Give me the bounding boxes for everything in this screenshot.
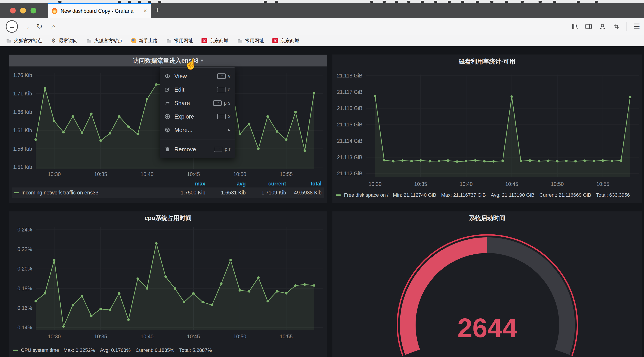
home-button[interactable]: ⌂ (48, 18, 58, 35)
bookmark-item[interactable]: ⚙最常访问 (51, 38, 78, 44)
svg-text:10:30: 10:30 (48, 171, 61, 177)
series-name[interactable]: Incoming network traffic on ens33 (21, 190, 98, 196)
browser-tab[interactable]: New dashboard Copy - Grafana × (48, 3, 151, 18)
grafana-dashboard: 访问数据流量进入ens33 ▾ 10:3010:3510:4010:4510:5… (0, 46, 644, 357)
panel-title[interactable]: 系统启动时间 (469, 214, 505, 222)
menu-item-label: Share (174, 100, 209, 107)
menu-item-explore[interactable]: Explorex (160, 110, 235, 123)
svg-text:10:40: 10:40 (460, 181, 473, 187)
disk-usage-chart[interactable]: 10:3010:3510:4010:4510:5010:5521.118 GiB… (332, 66, 642, 191)
menu-item-edit[interactable]: Edite (160, 83, 235, 96)
panel-title[interactable]: cpu系统占用时间 (144, 214, 192, 222)
window-minimize-button[interactable] (20, 8, 26, 14)
uptime-gauge: 2644 (332, 222, 642, 357)
screenshot-icon[interactable] (612, 23, 620, 30)
back-button[interactable]: ← (6, 18, 18, 35)
series-color-swatch[interactable] (14, 192, 19, 193)
bookmark-label: 最常访问 (59, 38, 78, 44)
keyboard-icon (214, 147, 222, 152)
svg-text:10:30: 10:30 (369, 181, 382, 187)
library-icon[interactable] (571, 23, 578, 30)
shortcut-label: p s (224, 100, 230, 106)
svg-text:1.56 Kib: 1.56 Kib (13, 146, 32, 152)
panel-title[interactable]: 磁盘利用率统计-可用 (459, 58, 516, 66)
svg-text:10:35: 10:35 (94, 334, 107, 339)
legend-header-current[interactable]: current (246, 181, 286, 187)
menu-item-label: More... (174, 127, 224, 134)
bookmark-item[interactable]: 火狐官方站点 (86, 38, 122, 44)
legend-value: 49.5938 Kib (286, 190, 324, 196)
series-stat: Total: 5.2887% (179, 347, 212, 353)
trash-icon (164, 146, 170, 152)
menubar-glyph-icon (382, 1, 386, 3)
back-icon: ← (6, 20, 18, 33)
account-icon[interactable] (599, 23, 606, 30)
bookmark-item[interactable]: JD京东商城 (202, 38, 228, 44)
eye-icon (164, 73, 170, 79)
svg-text:10:50: 10:50 (233, 334, 246, 339)
grafana-favicon-icon (52, 8, 58, 14)
mouse-cursor-hand: ☝ (184, 58, 197, 70)
svg-text:10:55: 10:55 (596, 181, 610, 187)
panel-context-menu: ViewvEditeSharep sExplorexMore...▸Remove… (160, 67, 235, 158)
bookmark-item[interactable]: 火狐官方站点 (6, 38, 42, 44)
legend-header-avg[interactable]: avg (205, 181, 246, 187)
window-zoom-button[interactable] (30, 8, 36, 14)
menubar-glyph-icon (595, 1, 598, 3)
svg-text:0.18%: 0.18% (18, 286, 32, 291)
new-tab-button[interactable]: + (155, 5, 160, 15)
svg-text:21.117 GiB: 21.117 GiB (337, 89, 362, 95)
series-stat: Total: 633.3956 (596, 192, 630, 198)
keyboard-icon (217, 73, 226, 79)
bookmark-label: 火狐官方站点 (94, 38, 122, 44)
tab-close-icon[interactable]: × (144, 8, 147, 15)
tab-bar: New dashboard Copy - Grafana × + (0, 3, 644, 18)
legend-header-total[interactable]: total (286, 181, 324, 187)
shortcut-label: e (228, 87, 230, 93)
menubar-glyph-icon (461, 1, 464, 3)
reload-button[interactable]: ↻ (34, 18, 44, 35)
svg-text:10:40: 10:40 (140, 171, 154, 177)
gear-icon: ⚙ (51, 38, 56, 43)
folder-icon (86, 38, 92, 43)
panel-header[interactable]: 访问数据流量进入ens33 ▾ (9, 55, 327, 67)
series-stat: Max: 0.2252% (64, 347, 95, 353)
legend-table: maxavgcurrenttotalIncoming network traff… (12, 180, 324, 198)
svg-text:21.112 GiB: 21.112 GiB (337, 171, 362, 176)
bookmarks-bar: 火狐官方站点⚙最常访问火狐官方站点新手上路常用网址JD京东商城常用网址JD京东商… (0, 35, 644, 46)
series-color-swatch[interactable] (13, 349, 18, 351)
forward-button[interactable]: → (22, 18, 32, 35)
cpu-chart[interactable]: 10:3010:3510:4010:4510:5010:550.24%0.22%… (9, 222, 327, 346)
shortcut-label: x (228, 114, 230, 119)
bookmark-item[interactable]: 常用网址 (237, 38, 264, 44)
svg-text:0.16%: 0.16% (18, 305, 32, 311)
menu-item-label: Explore (174, 113, 213, 120)
svg-text:21.118 GiB: 21.118 GiB (337, 73, 362, 79)
bookmark-label: 常用网址 (174, 38, 193, 44)
series-name[interactable]: CPU system time (21, 347, 59, 353)
series-name[interactable]: Free disk space on / (344, 192, 388, 198)
window-close-button[interactable] (10, 8, 16, 14)
bookmark-item[interactable]: 新手上路 (131, 38, 158, 44)
sidebar-icon[interactable] (585, 23, 592, 30)
menu-item-share[interactable]: Sharep s (160, 96, 235, 110)
menubar-glyph-icon (407, 1, 410, 3)
menu-hamburger-icon[interactable]: ☰ (633, 22, 640, 31)
menu-item-more[interactable]: More...▸ (160, 123, 235, 137)
series-stat: Current: 0.1835% (136, 347, 174, 353)
bookmark-item[interactable]: JD京东商城 (272, 38, 299, 44)
svg-text:1.76 Kib: 1.76 Kib (13, 72, 32, 78)
svg-text:21.113 GiB: 21.113 GiB (337, 154, 362, 160)
menubar-glyph-icon (158, 1, 161, 3)
bookmark-item[interactable]: 常用网址 (166, 38, 193, 44)
menu-item-remove[interactable]: Removep r (160, 143, 235, 156)
menu-item-view[interactable]: Viewv (160, 69, 235, 83)
legend: Free disk space on /Min: 21.112740 GiBMa… (336, 192, 640, 198)
svg-text:10:35: 10:35 (414, 181, 427, 187)
legend-header-max[interactable]: max (165, 181, 205, 187)
series-color-swatch[interactable] (336, 194, 341, 196)
svg-text:10:45: 10:45 (187, 171, 200, 177)
svg-text:1.61 Kib: 1.61 Kib (13, 128, 32, 133)
menu-divider (160, 139, 235, 139)
legend-value: 1.7500 Kib (165, 190, 205, 196)
